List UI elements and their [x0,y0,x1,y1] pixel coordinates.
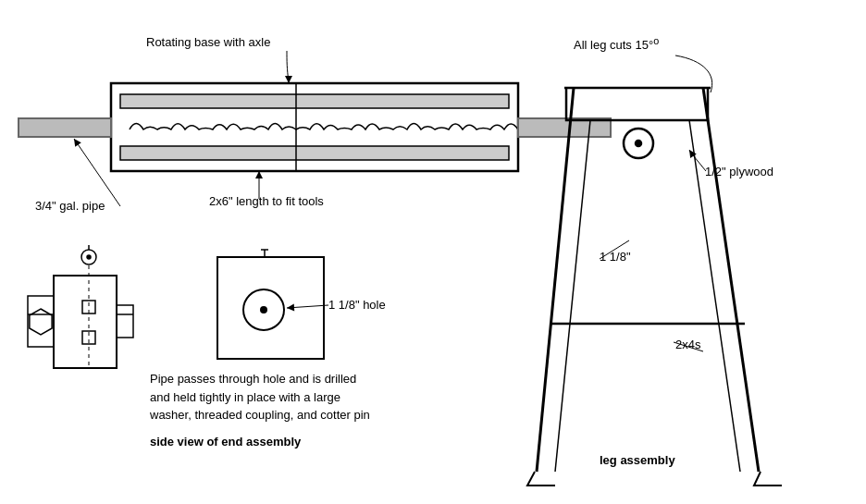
pipe-description: Pipe passes through hole and is drilled … [150,370,370,424]
rotating-base-label: Rotating base with axle [146,35,270,49]
leg-cuts-label: All leg cuts 15°o [574,35,659,52]
plywood-label: 1/2" plywood [705,165,773,178]
side-view-label: side view of end assembly [150,435,301,449]
measurement-label: 1 1/8" [600,250,631,264]
hole-size-label: 1 1/8" hole [328,298,386,312]
board-size-label: 2x6" length to fit tools [209,194,324,208]
gal-pipe-label: 3/4" gal. pipe [35,199,105,213]
leg-assembly-label: leg assembly [600,453,675,467]
board-2x4s-label: 2x4s [675,338,700,351]
